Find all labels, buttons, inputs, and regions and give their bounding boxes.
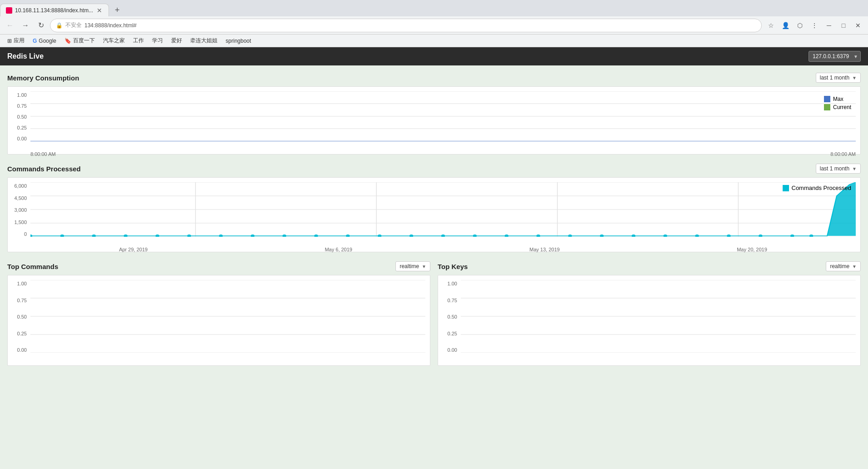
legend-commands-color [783, 185, 789, 191]
tc-y-0.75: 0.75 [17, 298, 27, 303]
commands-x-may20: May 20, 2019 [737, 247, 767, 252]
bookmark-qianlian-label: 牵连大姐姐 [190, 37, 217, 45]
server-selector[interactable]: 127.0.0.1:6379 [809, 51, 861, 62]
minimize-button[interactable]: ─ [823, 19, 835, 32]
svg-point-15 [30, 234, 32, 237]
profile-button[interactable]: 👤 [779, 19, 792, 32]
top-commands-header: Top Commands realtime [7, 261, 430, 271]
memory-y-0.25: 0.25 [17, 125, 27, 130]
svg-point-32 [568, 234, 572, 237]
top-commands-chart: 1.00 0.75 0.50 0.25 0.00 [7, 275, 430, 366]
address-bar[interactable]: 🔒 不安全 134:8888/index.html# [50, 19, 762, 32]
bookmark-work-label: 工作 [133, 37, 144, 45]
commands-x-may6: May 6, 2019 [325, 247, 352, 252]
legend-commands-label: Commands Processed [792, 185, 852, 191]
browser-tabs-bar: 10.168.11.134:8888/index.htm... ✕ + [0, 0, 868, 16]
svg-point-40 [809, 234, 813, 237]
memory-y-0.75: 0.75 [17, 103, 27, 109]
bookmark-google[interactable]: G Google [29, 37, 60, 45]
bookmark-star-button[interactable]: ☆ [764, 19, 777, 32]
memory-x-axis: 8:00:00 AM 8:00:00 AM [8, 151, 856, 157]
menu-button[interactable]: ⋮ [808, 19, 821, 32]
top-commands-section: Top Commands realtime 1.00 0.75 0.50 0.2… [7, 261, 430, 366]
bookmark-work[interactable]: 工作 [129, 36, 148, 45]
maximize-button[interactable]: □ [837, 19, 850, 32]
server-selector-wrap: 127.0.0.1:6379 [809, 51, 861, 62]
memory-chart-svg [30, 91, 856, 141]
top-commands-time-label: realtime [399, 263, 419, 269]
security-label: 不安全 [65, 21, 82, 29]
close-window-button[interactable]: ✕ [852, 19, 864, 32]
top-keys-time-label: realtime [830, 263, 849, 269]
svg-point-21 [219, 234, 222, 237]
bookmark-springboot[interactable]: springboot [222, 37, 255, 45]
reload-button[interactable]: ↻ [35, 19, 47, 32]
bookmark-baidu[interactable]: 🔖 百度一下 [61, 36, 99, 45]
svg-point-17 [92, 234, 96, 237]
svg-point-22 [251, 234, 254, 237]
top-keys-time-selector[interactable]: realtime [826, 261, 861, 271]
tk-y-0.00: 0.00 [448, 347, 457, 353]
tk-y-0.75: 0.75 [448, 298, 457, 303]
commands-y-axis: 6,000 4,500 3,000 1,500 0 [8, 182, 30, 246]
svg-point-34 [631, 234, 635, 237]
commands-section-title: Commands Processed [7, 165, 81, 173]
svg-point-16 [60, 234, 64, 237]
memory-x-end: 8:00:00 AM [830, 151, 856, 157]
new-tab-button[interactable]: + [111, 4, 123, 16]
bookmark-baidu-label: 百度一下 [73, 37, 95, 45]
commands-chart-inner: Commands Processed [30, 182, 856, 246]
bookmark-hobby[interactable]: 爱好 [168, 36, 186, 45]
toolbar-actions: ☆ 👤 ⬡ ⋮ ─ □ ✕ [764, 19, 864, 32]
svg-point-24 [314, 234, 318, 237]
svg-point-33 [600, 234, 603, 237]
memory-y-0.00: 0.00 [17, 136, 27, 141]
top-keys-chart-inner [461, 280, 856, 362]
commands-section: Commands Processed last 1 month 6,000 4,… [7, 164, 861, 252]
memory-time-selector[interactable]: last 1 month [816, 73, 861, 83]
active-tab[interactable]: 10.168.11.134:8888/index.htm... ✕ [0, 4, 109, 16]
top-commands-title: Top Commands [7, 263, 58, 270]
bookmark-hobby-label: 爱好 [171, 37, 182, 45]
svg-point-31 [537, 234, 540, 237]
tc-y-1.00: 1.00 [17, 281, 27, 286]
bookmark-springboot-label: springboot [226, 38, 251, 44]
extension-button[interactable]: ⬡ [794, 19, 806, 32]
forward-button[interactable]: → [19, 19, 32, 32]
top-commands-y-axis: 1.00 0.75 0.50 0.25 0.00 [8, 280, 30, 362]
bookmark-apps[interactable]: ⊞ 应用 [4, 36, 28, 45]
top-keys-title: Top Keys [438, 263, 468, 270]
tc-y-0.00: 0.00 [17, 347, 27, 353]
commands-y-3000: 3,000 [14, 207, 27, 213]
svg-point-26 [378, 234, 381, 237]
svg-point-39 [790, 234, 794, 237]
tab-title: 10.168.11.134:8888/index.htm... [15, 7, 93, 14]
legend-max-color [824, 96, 830, 102]
svg-point-27 [409, 234, 413, 237]
security-icon: 🔒 [56, 22, 63, 29]
commands-time-selector[interactable]: last 1 month [816, 164, 861, 174]
svg-point-38 [759, 234, 762, 237]
back-button[interactable]: ← [4, 19, 16, 32]
commands-y-6000: 6,000 [14, 183, 27, 189]
svg-point-28 [441, 234, 445, 237]
legend-max-label: Max [833, 96, 843, 102]
bookmark-qianlian[interactable]: 牵连大姐姐 [187, 36, 221, 45]
app-header: Redis Live 127.0.0.1:6379 [0, 47, 868, 65]
top-commands-time-selector[interactable]: realtime [395, 261, 430, 271]
tab-close-button[interactable]: ✕ [96, 7, 103, 14]
legend-current-label: Current [833, 104, 851, 110]
tk-y-0.25: 0.25 [448, 331, 457, 336]
commands-legend: Commands Processed [783, 185, 852, 191]
bookmark-autohome[interactable]: 汽车之家 [99, 36, 128, 45]
bookmarks-bar: ⊞ 应用 G Google 🔖 百度一下 汽车之家 工作 学习 爱好 牵连大姐姐… [0, 35, 868, 47]
legend-current: Current [824, 104, 851, 110]
legend-commands-processed: Commands Processed [783, 185, 852, 191]
bookmark-google-label: Google [39, 38, 56, 44]
memory-section-header: Memory Consumption last 1 month [7, 73, 861, 83]
commands-x-may13: May 13, 2019 [529, 247, 560, 252]
bookmark-study[interactable]: 学习 [148, 36, 167, 45]
svg-point-23 [282, 234, 286, 237]
bookmark-autohome-label: 汽车之家 [103, 37, 125, 45]
browser-chrome: 10.168.11.134:8888/index.htm... ✕ + ← → … [0, 0, 868, 47]
